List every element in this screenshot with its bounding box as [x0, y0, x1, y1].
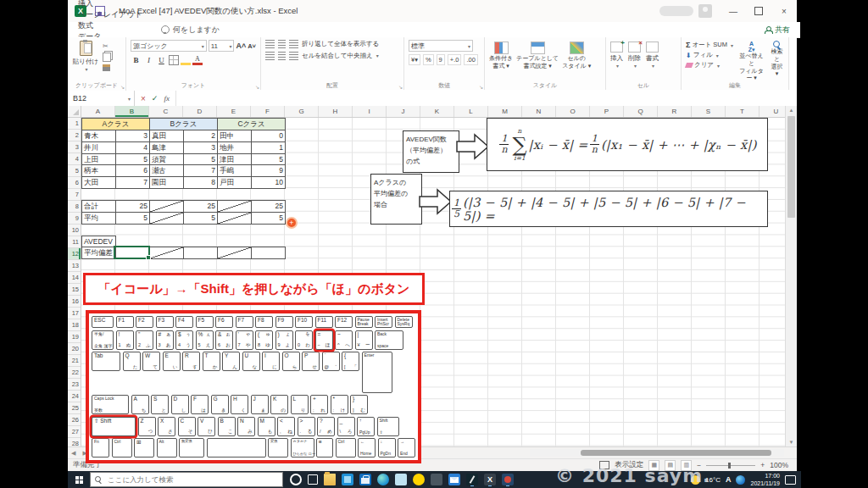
row-header[interactable]: 20 [68, 343, 81, 355]
sort-filter-button[interactable]: AZ▾並べ替えとフィルター ▾ [737, 41, 765, 80]
row-header[interactable]: 25 [68, 402, 81, 414]
delete-cells-button[interactable]: 削除▾ [628, 42, 641, 80]
bold-button[interactable]: B [131, 54, 142, 65]
class-header-cell[interactable]: Cクラス [218, 119, 286, 130]
diagonal-cell[interactable] [150, 213, 184, 225]
diagonal-cell[interactable] [218, 247, 252, 259]
diagonal-cell[interactable] [218, 213, 252, 225]
column-header[interactable]: I [353, 106, 387, 117]
row-header[interactable]: 21 [68, 355, 81, 367]
diagonal-cell[interactable] [150, 201, 184, 213]
column-header[interactable]: D [183, 106, 217, 117]
row-header[interactable]: 3 [68, 141, 81, 153]
font-size-combo[interactable]: 11▾ [209, 40, 235, 52]
horizontal-scrollbar[interactable] [530, 449, 784, 457]
row-header[interactable]: 6 [68, 177, 81, 189]
autosum-button[interactable]: Σオート SUM▾ [686, 41, 733, 49]
minimize-button[interactable]: — [721, 0, 746, 22]
selection-B12[interactable] [114, 246, 150, 259]
taskbar-clock[interactable]: 17:002021/11/19 [750, 472, 780, 487]
format-painter-icon[interactable] [103, 64, 110, 71]
row-header[interactable]: 7 [68, 189, 81, 201]
fill-button[interactable]: ⬇フィル▾ [686, 51, 733, 59]
copy-icon[interactable] [103, 53, 111, 62]
zoom-level[interactable]: 100% [770, 461, 788, 469]
yellow-app-icon[interactable] [413, 474, 425, 485]
class-header-cell[interactable]: Bクラス [150, 119, 218, 130]
row-header[interactable]: 2 [68, 130, 81, 141]
comma-format-button[interactable]: 9 [437, 54, 445, 65]
cortana-icon[interactable] [290, 474, 302, 485]
column-header[interactable]: F [251, 106, 285, 117]
row-header[interactable]: 19 [68, 331, 81, 343]
pinned-app-icon[interactable] [431, 474, 442, 485]
wrap-text-button[interactable]: 折り返して全体を表示する [302, 40, 379, 48]
column-header[interactable]: L [454, 106, 488, 117]
decrease-decimal-button[interactable]: .00 [464, 54, 477, 65]
hscroll-thumb[interactable] [581, 450, 771, 456]
shrink-font-button[interactable]: A˅ [248, 42, 256, 50]
name-box[interactable]: B12▾ [68, 91, 135, 106]
row-header[interactable]: 26 [68, 414, 81, 426]
clear-button[interactable]: クリア▾ [686, 61, 733, 69]
dialog-launcher-icon[interactable]: ↘ [120, 84, 125, 90]
column-header[interactable]: K [420, 106, 454, 117]
column-header[interactable]: N [522, 106, 556, 117]
number-format-combo[interactable]: 標準▾ [409, 40, 473, 52]
column-header[interactable]: R [658, 106, 692, 117]
row-header[interactable]: 5 [68, 165, 81, 177]
row-header[interactable]: 14 [68, 272, 81, 284]
grow-font-button[interactable]: A˄ [236, 42, 246, 50]
row-header[interactable]: 1 [68, 118, 81, 130]
align-right-icon[interactable] [289, 52, 298, 60]
close-button[interactable]: × [771, 0, 797, 22]
merge-center-button[interactable]: セルを結合して中央揃え ▾ [302, 52, 379, 60]
font-color-icon[interactable]: A [192, 55, 203, 65]
cut-icon[interactable]: ✂ [103, 42, 111, 50]
row-header[interactable]: 8 [68, 201, 81, 213]
row-header[interactable]: 13 [68, 260, 81, 272]
format-cells-button[interactable]: 書式▾ [646, 42, 659, 80]
enter-icon[interactable]: ✓ [152, 94, 159, 103]
currency-format-button[interactable]: ¥▾ [409, 54, 420, 65]
ribbon-tab[interactable]: 数式 [71, 20, 149, 31]
increase-decimal-button[interactable]: +.0 [448, 54, 462, 65]
column-header[interactable]: E [217, 106, 251, 117]
cell-styles-button[interactable]: セルのスタイル ▾ [562, 42, 591, 80]
cancel-icon[interactable]: × [141, 94, 146, 103]
ribbon-tab[interactable]: 挿入 [71, 0, 149, 9]
vertical-scrollbar[interactable]: ▲▼ [785, 106, 797, 446]
select-all-corner[interactable] [68, 106, 81, 118]
align-middle-icon[interactable] [278, 40, 286, 48]
excel-taskbar-icon[interactable] [484, 474, 496, 485]
insert-function-icon[interactable]: fx [164, 94, 170, 103]
diagonal-cell[interactable] [218, 201, 252, 213]
avedev-label-cell[interactable]: AVEDEV [81, 236, 116, 248]
format-as-table-button[interactable]: テーブルとして書式設定 ▾ [516, 42, 559, 80]
account-pill[interactable] [659, 6, 693, 16]
insert-cells-button[interactable]: 挿入▾ [610, 42, 623, 80]
row-header[interactable]: 18 [68, 319, 81, 331]
task-view-icon[interactable] [308, 474, 318, 485]
align-bottom-icon[interactable] [289, 40, 298, 48]
zoom-in-button[interactable]: + [760, 461, 765, 469]
fill-color-icon[interactable] [181, 55, 191, 65]
align-top-icon[interactable] [265, 40, 275, 48]
align-left-icon[interactable] [265, 52, 275, 60]
percent-format-button[interactable]: % [423, 54, 434, 65]
column-header[interactable]: S [692, 106, 726, 117]
zoom-slider[interactable] [706, 465, 755, 466]
column-header[interactable]: A [81, 106, 115, 117]
store-icon[interactable] [359, 474, 371, 485]
formula-input[interactable] [176, 90, 797, 107]
restore-button[interactable] [746, 0, 771, 22]
italic-button[interactable]: I [143, 54, 154, 65]
row-header[interactable]: 17 [68, 308, 81, 319]
start-button[interactable] [68, 471, 90, 488]
column-header[interactable]: U [760, 106, 785, 117]
vscroll-thumb[interactable] [787, 116, 795, 218]
column-header[interactable]: B [115, 106, 149, 117]
column-header[interactable]: O [556, 106, 590, 117]
row-header[interactable]: 11 [68, 236, 81, 248]
row-header[interactable]: 15 [68, 284, 81, 296]
